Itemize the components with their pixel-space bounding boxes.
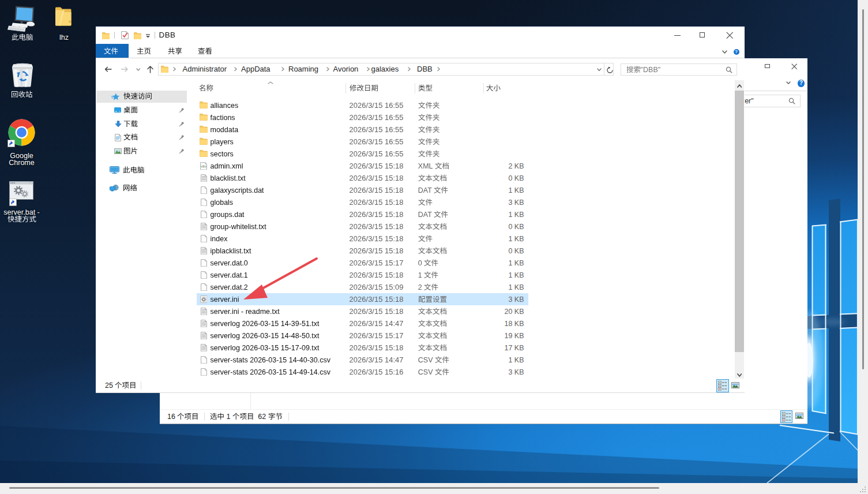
svg-text:>: > — [204, 164, 206, 169]
